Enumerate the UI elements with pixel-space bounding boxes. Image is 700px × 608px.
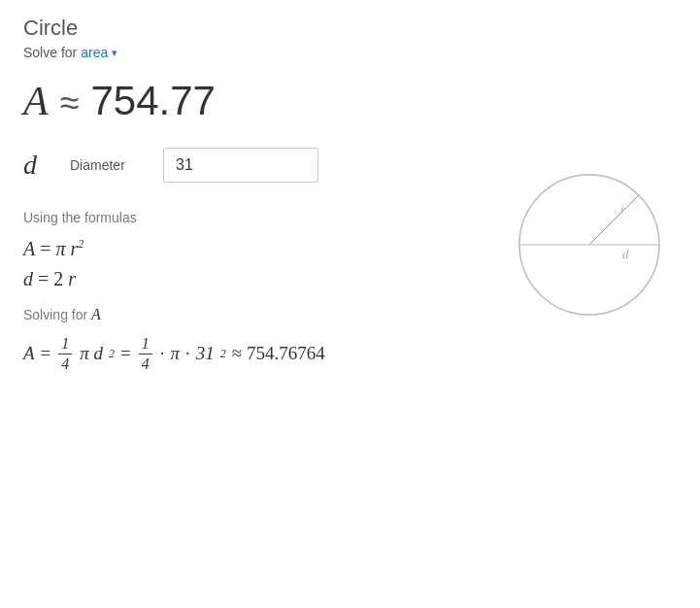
diameter-input[interactable] xyxy=(163,148,318,183)
solve-for-label: Solve for xyxy=(23,45,77,60)
solving-label: Solving for A xyxy=(23,306,463,323)
formula-diameter: d = 2 r xyxy=(23,268,463,290)
diameter-variable-label: d xyxy=(23,150,54,181)
solve-for-link[interactable]: area xyxy=(81,45,108,60)
circle-diagram: r d xyxy=(502,157,677,332)
result-value: 754.77 xyxy=(90,78,215,124)
result-approx-symbol: ≈ xyxy=(60,83,80,123)
formula-area: A = π r2 xyxy=(23,237,463,260)
chevron-down-icon[interactable]: ▾ xyxy=(112,47,117,59)
solution-line: A= 1 4 π d2 = 1 4 · π · 312 ≈ 754.76764 xyxy=(23,335,463,373)
page-title: Circle xyxy=(23,16,677,41)
diameter-input-row: d Diameter xyxy=(23,148,463,183)
using-formulas-label: Using the formulas xyxy=(23,210,463,225)
result-variable: A xyxy=(23,78,49,124)
diameter-label: Diameter xyxy=(70,157,148,173)
svg-text:d: d xyxy=(622,247,629,261)
